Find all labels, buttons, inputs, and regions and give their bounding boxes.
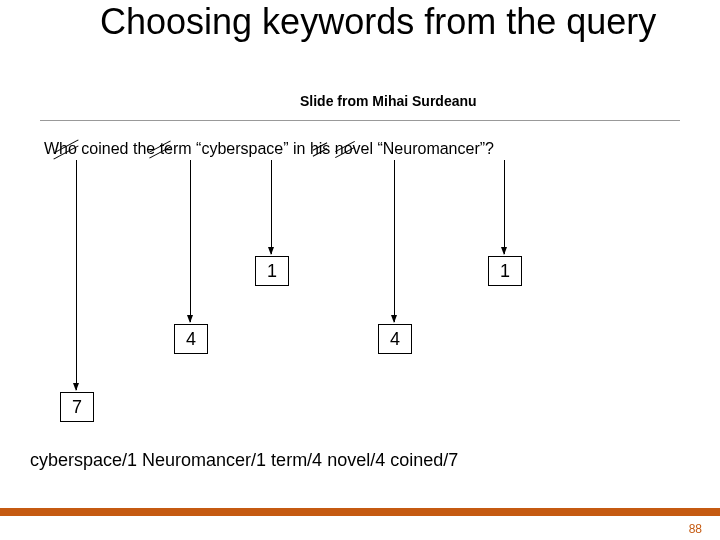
arrow-neuromancer [504,160,505,254]
weight-box-cyberspace: 1 [255,256,289,286]
page-number: 88 [689,522,702,536]
result-line: cyberspace/1 Neuromancer/1 term/4 novel/… [30,450,458,471]
slide-title: Choosing keywords from the query [100,0,660,43]
slide-subtitle: Slide from Mihai Surdeanu [300,93,477,109]
footer-bar [0,508,720,516]
arrow-cyberspace [271,160,272,254]
query-text: Who coined the term “cyberspace” in his … [44,140,494,158]
divider [40,120,680,121]
arrow-coined [76,160,77,390]
weight-box-novel: 4 [378,324,412,354]
arrow-novel [394,160,395,322]
weight-box-term: 4 [174,324,208,354]
arrow-term [190,160,191,322]
weight-box-coined: 7 [60,392,94,422]
weight-box-neuromancer: 1 [488,256,522,286]
